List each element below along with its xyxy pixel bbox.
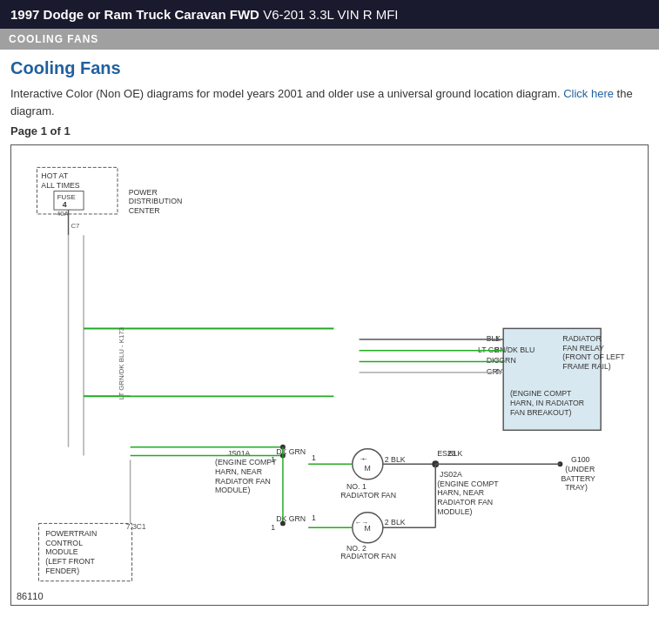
svg-text:NO. 1: NO. 1 xyxy=(346,482,366,491)
svg-text:MODULE: MODULE xyxy=(45,547,78,556)
svg-text:40A: 40A xyxy=(57,210,70,218)
svg-text:M: M xyxy=(364,464,370,473)
svg-text:G100: G100 xyxy=(571,455,590,464)
wiring-diagram-svg: HOT AT ALL TIMES FUSE 4 40A POWER DISTRI… xyxy=(20,154,639,596)
svg-text:(FRONT OF LEFT: (FRONT OF LEFT xyxy=(562,352,625,361)
svg-text:(ENGINE COMPT: (ENGINE COMPT xyxy=(215,458,277,466)
svg-text:1: 1 xyxy=(312,513,316,522)
svg-text:HOT AT: HOT AT xyxy=(41,171,68,180)
svg-text:C1: C1 xyxy=(136,522,145,531)
click-here-link[interactable]: Click here xyxy=(563,87,614,100)
svg-text:2 BLK: 2 BLK xyxy=(385,518,406,527)
svg-text:(ENGINE COMPT: (ENGINE COMPT xyxy=(510,389,572,398)
svg-text:DK GRN: DK GRN xyxy=(276,514,306,523)
svg-text:7.3: 7.3 xyxy=(126,522,137,531)
page-heading: Cooling Fans xyxy=(10,58,649,78)
svg-text:MODULE): MODULE) xyxy=(215,486,250,494)
page-count: Page 1 of 1 xyxy=(10,124,649,138)
title-bar: 1997 Dodge or Ram Truck Caravan FWD V6-2… xyxy=(0,0,659,29)
svg-text:ALL TIMES: ALL TIMES xyxy=(41,181,79,190)
svg-text:FENDER): FENDER) xyxy=(45,567,79,575)
svg-text:RADIATOR FAN: RADIATOR FAN xyxy=(437,498,493,506)
svg-text:2: 2 xyxy=(494,345,499,354)
svg-text:HARN, IN RADIATOR: HARN, IN RADIATOR xyxy=(510,399,584,407)
title-make: Dodge or Ram Truck xyxy=(44,7,171,22)
svg-text:MODULE): MODULE) xyxy=(437,507,472,516)
svg-text:DISTRIBUTION: DISTRIBUTION xyxy=(129,197,183,205)
diagram-container: HOT AT ALL TIMES FUSE 4 40A POWER DISTRI… xyxy=(10,144,649,606)
svg-text:FAN BREAKOUT): FAN BREAKOUT) xyxy=(510,408,572,417)
svg-text:1: 1 xyxy=(494,334,499,343)
svg-text:HARN, NEAR: HARN, NEAR xyxy=(437,488,484,497)
svg-text:TRAY): TRAY) xyxy=(565,483,588,492)
svg-text:→: → xyxy=(360,455,366,463)
svg-text:RADIATOR FAN: RADIATOR FAN xyxy=(215,477,271,486)
svg-text:1: 1 xyxy=(271,455,275,464)
svg-text:2 BLK: 2 BLK xyxy=(385,455,406,464)
svg-text:NO. 2: NO. 2 xyxy=(346,544,366,553)
info-paragraph: Interactive Color (Non OE) diagrams for … xyxy=(10,85,649,119)
svg-text:RADIATOR FAN: RADIATOR FAN xyxy=(340,552,396,560)
svg-point-94 xyxy=(280,521,286,527)
svg-text:4: 4 xyxy=(63,200,67,209)
title-year: 1997 xyxy=(10,7,39,22)
svg-text:(UNDER: (UNDER xyxy=(565,465,595,473)
svg-text:(ENGINE COMPT: (ENGINE COMPT xyxy=(437,480,499,488)
svg-text:POWERTRAIN: POWERTRAIN xyxy=(45,529,97,538)
diagram-number: 86110 xyxy=(17,591,44,601)
svg-text:LT GRN/DK BLU - K173: LT GRN/DK BLU - K173 xyxy=(118,327,125,399)
svg-text:RADIATOR FAN: RADIATOR FAN xyxy=(340,491,396,500)
svg-text:3: 3 xyxy=(494,356,499,365)
svg-text:HARN, NEAR: HARN, NEAR xyxy=(215,467,262,476)
svg-text:CENTER: CENTER xyxy=(129,206,160,215)
svg-text:LT GRN/DK BLU: LT GRN/DK BLU xyxy=(478,345,535,354)
svg-text:FRAME RAIL): FRAME RAIL) xyxy=(562,362,611,371)
svg-text:FAN RELAY: FAN RELAY xyxy=(562,344,604,352)
svg-text:←→: ←→ xyxy=(355,519,369,527)
svg-text:POWER: POWER xyxy=(129,188,158,197)
svg-text:4: 4 xyxy=(494,367,499,376)
title-engine: V6-201 3.3L VIN R MFI xyxy=(263,7,398,22)
svg-text:DK GRN: DK GRN xyxy=(487,356,516,365)
svg-text:DK GRN: DK GRN xyxy=(276,447,306,456)
svg-text:C7: C7 xyxy=(71,223,79,231)
svg-text:BLK: BLK xyxy=(448,449,463,458)
svg-text:BATTERY: BATTERY xyxy=(561,474,595,483)
svg-text:(LEFT FRONT: (LEFT FRONT xyxy=(45,557,95,566)
section-header: COOLING FANS xyxy=(0,29,659,50)
svg-text:1: 1 xyxy=(312,453,316,462)
svg-text:CONTROL: CONTROL xyxy=(45,539,83,547)
svg-text:RADIATOR: RADIATOR xyxy=(562,334,601,343)
svg-text:JS02A: JS02A xyxy=(440,470,462,479)
svg-text:1: 1 xyxy=(271,523,275,532)
title-model: Caravan FWD xyxy=(174,7,259,22)
